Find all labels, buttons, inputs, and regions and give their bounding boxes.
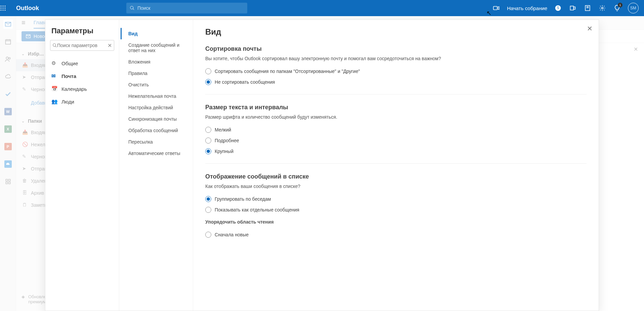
settings-dialog: Параметры ✕ ⚙Общие ✉Почта 📅Календарь 👥Лю… (45, 20, 599, 311)
clear-icon[interactable]: ✕ (108, 42, 112, 49)
svg-point-3 (1, 8, 2, 9)
user-avatar[interactable]: SM (628, 3, 639, 13)
size-opt-medium[interactable]: Подробнее (205, 135, 587, 146)
subcat-sweep[interactable]: Очистить (121, 79, 191, 90)
subcat-actions[interactable]: Настройка действий (121, 102, 191, 113)
top-bar: Outlook Начать собрание S 1 SM (0, 0, 644, 16)
disp-opt-indiv[interactable]: Показывать как отдельные сообщения (205, 204, 587, 215)
size-opt-large[interactable]: Крупный (205, 146, 587, 157)
settings-search[interactable]: ✕ (50, 40, 114, 51)
tips-icon[interactable]: 1 (613, 4, 621, 12)
tips-badge: 1 (618, 3, 622, 7)
close-icon[interactable]: ✕ (587, 25, 593, 33)
subcat-junk[interactable]: Нежелательная почта (121, 90, 191, 102)
panel-heading: Вид (205, 27, 587, 37)
brand-title: Outlook (16, 5, 39, 12)
search-icon (130, 5, 135, 11)
subcat-sync[interactable]: Синхронизация почты (121, 113, 191, 125)
cat-general[interactable]: ⚙Общие (45, 57, 119, 70)
cat-people[interactable]: 👥Люди (45, 95, 119, 108)
start-meeting-button[interactable]: Начать собрание (507, 5, 547, 11)
skype-icon[interactable]: S (554, 4, 562, 12)
subcat-compose[interactable]: Создание сообщений и ответ на них (121, 39, 191, 56)
cat-mail[interactable]: ✉Почта (45, 70, 119, 82)
mail-icon: ✉ (51, 73, 57, 79)
video-icon[interactable] (492, 4, 500, 12)
svg-point-2 (5, 6, 6, 7)
subcat-autoreply[interactable]: Автоматические ответы (121, 148, 191, 159)
subcat-view[interactable]: Вид (121, 28, 191, 39)
teams-icon[interactable] (569, 4, 577, 12)
settings-panel: ✕ Вид Сортировка почты Вы хотите, чтобы … (193, 20, 599, 311)
settings-search-input[interactable] (57, 43, 108, 48)
svg-point-7 (3, 10, 4, 11)
settings-subcategories: Вид Создание сообщений и ответ на них Вл… (119, 20, 193, 311)
sort-desc: Вы хотите, чтобы Outlook сортировал вашу… (205, 56, 587, 61)
subcat-forwarding[interactable]: Пересылка (121, 136, 191, 148)
svg-point-26 (53, 44, 56, 46)
svg-rect-12 (570, 6, 574, 10)
svg-point-1 (3, 6, 4, 7)
sort-title: Сортировка почты (205, 45, 587, 52)
calendar-icon: 📅 (51, 86, 57, 92)
size-opt-small[interactable]: Мелкий (205, 124, 587, 135)
search-box[interactable] (126, 3, 247, 13)
order-title: Упорядочить область чтения (205, 219, 587, 225)
size-title: Размер текста и интервалы (205, 104, 587, 111)
sort-opt-focused[interactable]: Сортировать сообщения по папкам "Отсорти… (205, 66, 587, 77)
subcat-attachments[interactable]: Вложения (121, 56, 191, 68)
sort-opt-none[interactable]: Не сортировать сообщения (205, 77, 587, 87)
app-launcher-icon[interactable] (0, 5, 16, 11)
svg-rect-9 (493, 6, 498, 10)
size-desc: Размер шрифта и количество сообщений буд… (205, 114, 587, 120)
settings-icon[interactable] (598, 4, 606, 12)
subcat-handling[interactable]: Обработка сообщений (121, 125, 191, 136)
svg-point-15 (602, 7, 603, 9)
gear-icon: ⚙ (51, 60, 57, 66)
svg-rect-13 (574, 7, 575, 9)
settings-categories: Параметры ✕ ⚙Общие ✉Почта 📅Календарь 👥Лю… (45, 20, 119, 311)
search-input[interactable] (137, 5, 244, 11)
disp-title: Отображение сообщений в списке (205, 173, 587, 180)
people-icon: 👥 (51, 99, 57, 105)
disp-opt-conv[interactable]: Группировать по беседам (205, 194, 587, 204)
cat-calendar[interactable]: 📅Календарь (45, 82, 119, 95)
order-opt-newest[interactable]: Сначала новые (205, 229, 587, 240)
svg-point-8 (5, 10, 6, 11)
svg-point-5 (5, 8, 6, 9)
svg-point-4 (3, 8, 4, 9)
subcat-rules[interactable]: Правила (121, 68, 191, 79)
svg-point-0 (1, 6, 2, 7)
svg-text:S: S (557, 6, 559, 10)
notes-icon[interactable] (584, 4, 592, 12)
settings-title: Параметры (45, 27, 119, 40)
search-icon (52, 43, 57, 48)
svg-point-6 (1, 10, 2, 11)
disp-desc: Как отображать ваши сообщения в списке? (205, 184, 587, 189)
